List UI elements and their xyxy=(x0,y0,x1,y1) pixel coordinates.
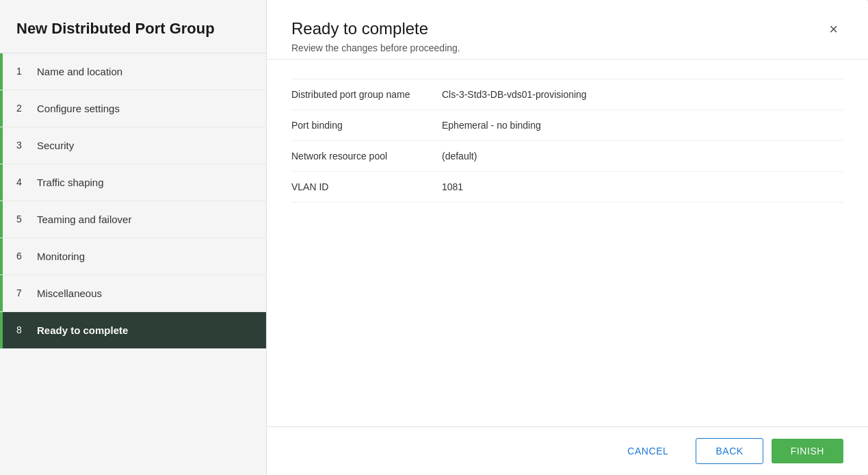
detail-label-1: Distributed port group name xyxy=(291,89,442,100)
detail-value-2: Ephemeral - no binding xyxy=(442,120,541,131)
step-label-6: Monitoring xyxy=(37,251,85,262)
sidebar-step-6[interactable]: 6 Monitoring xyxy=(0,238,266,275)
step-number-7: 7 xyxy=(16,287,29,298)
sidebar-step-3[interactable]: 3 Security xyxy=(0,127,266,164)
content-subtitle: Review the changes before proceeding. xyxy=(291,42,460,53)
footer: CANCEL BACK FINISH xyxy=(267,426,868,475)
detail-value-1: Cls-3-Std3-DB-vds01-provisioning xyxy=(442,89,587,100)
step-number-5: 5 xyxy=(16,214,29,224)
step-number-4: 4 xyxy=(16,177,29,188)
step-label-2: Configure settings xyxy=(37,103,120,114)
dialog-title: New Distributed Port Group xyxy=(0,0,266,53)
step-number-1: 1 xyxy=(16,66,29,77)
step-label-7: Miscellaneous xyxy=(37,287,102,299)
close-button[interactable]: × xyxy=(824,19,843,40)
detail-row-2: Port binding Ephemeral - no binding xyxy=(291,110,843,141)
details-table: Distributed port group name Cls-3-Std3-D… xyxy=(267,60,868,426)
step-label-1: Name and location xyxy=(37,66,122,77)
finish-button[interactable]: FINISH xyxy=(772,439,843,463)
new-distributed-port-group-dialog: New Distributed Port Group 1 Name and lo… xyxy=(0,0,868,475)
detail-row-3: Network resource pool (default) xyxy=(291,141,843,172)
detail-label-3: Network resource pool xyxy=(291,151,442,162)
step-label-8: Ready to complete xyxy=(37,324,128,336)
sidebar-step-1[interactable]: 1 Name and location xyxy=(0,53,266,90)
step-indicator-7 xyxy=(0,275,3,311)
step-indicator-4 xyxy=(0,164,3,201)
step-number-8: 8 xyxy=(16,324,29,335)
content-header: Ready to complete Review the changes bef… xyxy=(267,0,868,60)
step-label-4: Traffic shaping xyxy=(37,177,104,188)
detail-row-4: VLAN ID 1081 xyxy=(291,172,843,203)
step-indicator-2 xyxy=(0,90,3,127)
steps-list: 1 Name and location 2 Configure settings… xyxy=(0,53,266,475)
sidebar-step-2[interactable]: 2 Configure settings xyxy=(0,90,266,127)
step-indicator-3 xyxy=(0,127,3,164)
step-number-3: 3 xyxy=(16,140,29,151)
step-number-6: 6 xyxy=(16,251,29,261)
step-label-5: Teaming and failover xyxy=(37,214,131,225)
detail-value-3: (default) xyxy=(442,151,477,162)
content-title: Ready to complete xyxy=(291,19,460,38)
content-panel: Ready to complete Review the changes bef… xyxy=(267,0,868,475)
step-indicator-1 xyxy=(0,53,3,90)
step-indicator-8 xyxy=(0,312,3,348)
detail-label-2: Port binding xyxy=(291,120,442,131)
step-indicator-5 xyxy=(0,201,3,238)
sidebar-step-4[interactable]: 4 Traffic shaping xyxy=(0,164,266,201)
detail-label-4: VLAN ID xyxy=(291,181,442,192)
sidebar-step-5[interactable]: 5 Teaming and failover xyxy=(0,201,266,238)
step-indicator-6 xyxy=(0,238,3,274)
sidebar: New Distributed Port Group 1 Name and lo… xyxy=(0,0,267,475)
detail-value-4: 1081 xyxy=(442,181,463,192)
sidebar-step-8: 8 Ready to complete xyxy=(0,312,266,349)
step-label-3: Security xyxy=(37,140,74,151)
back-button[interactable]: BACK xyxy=(696,438,763,464)
step-number-2: 2 xyxy=(16,103,29,114)
cancel-button[interactable]: CANCEL xyxy=(608,439,687,463)
detail-row-1: Distributed port group name Cls-3-Std3-D… xyxy=(291,79,843,110)
sidebar-step-7[interactable]: 7 Miscellaneous xyxy=(0,275,266,312)
